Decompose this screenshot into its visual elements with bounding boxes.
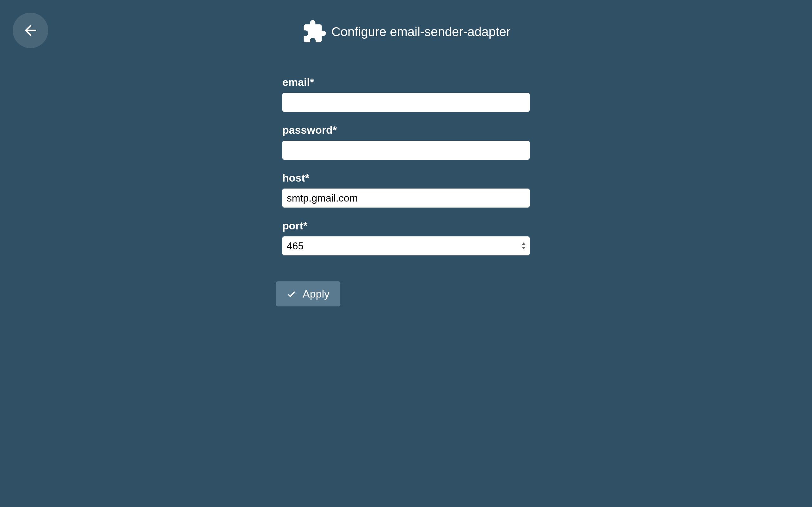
host-input[interactable] <box>282 188 530 208</box>
apply-button-label: Apply <box>303 288 329 300</box>
port-step-up[interactable] <box>521 241 526 246</box>
email-field-group: email* <box>282 76 530 112</box>
port-step-down[interactable] <box>521 246 526 250</box>
back-button[interactable] <box>13 13 48 48</box>
port-input[interactable] <box>282 236 530 256</box>
apply-button[interactable]: Apply <box>276 281 340 306</box>
email-input[interactable] <box>282 93 530 112</box>
config-form: email* password* host* port* Apply <box>282 76 530 306</box>
port-field-group: port* <box>282 220 530 256</box>
host-label: host* <box>282 172 530 184</box>
arrow-left-icon <box>22 22 39 39</box>
chevron-up-icon <box>522 242 525 245</box>
password-field-group: password* <box>282 124 530 160</box>
port-stepper <box>521 241 526 250</box>
host-field-group: host* <box>282 172 530 208</box>
password-input[interactable] <box>282 141 530 160</box>
port-label: port* <box>282 220 530 232</box>
check-icon <box>287 289 296 299</box>
page-header: Configure email-sender-adapter <box>0 0 812 44</box>
email-label: email* <box>282 76 530 89</box>
puzzle-piece-icon <box>302 19 327 44</box>
password-label: password* <box>282 124 530 136</box>
chevron-down-icon <box>522 247 525 249</box>
page-title: Configure email-sender-adapter <box>332 25 511 39</box>
port-input-wrapper <box>282 236 530 256</box>
